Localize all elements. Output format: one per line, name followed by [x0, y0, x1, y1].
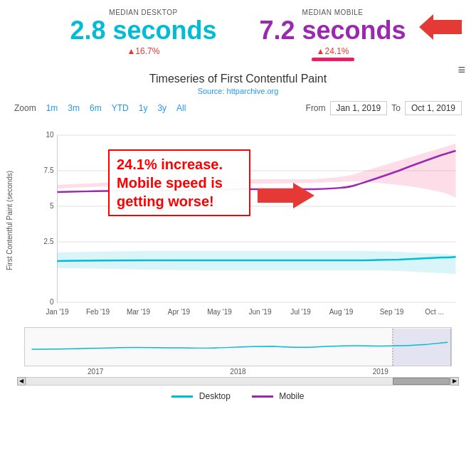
mini-label-2017: 2017	[88, 368, 103, 376]
mini-chart-container: 2017 2018 2019	[17, 327, 459, 376]
zoom-label: Zoom	[14, 103, 36, 113]
mini-chart	[24, 327, 452, 366]
scroll-right-button[interactable]: ▶	[450, 377, 459, 386]
to-label: To	[391, 103, 401, 113]
chart-title: Timeseries of First Contentful Paint	[0, 73, 476, 85]
desktop-value: 2.8 seconds	[70, 16, 216, 45]
controls-row: Zoom 1m 3m 6m YTD 1y 3y All From Jan 1, …	[0, 98, 476, 118]
svg-rect-23	[393, 329, 451, 366]
desktop-legend-label: Desktop	[199, 391, 231, 401]
y-axis-container: First Contentful Paint (seconds)	[3, 121, 16, 320]
svg-text:Feb '19: Feb '19	[86, 308, 110, 316]
svg-text:Mar '19: Mar '19	[127, 308, 150, 316]
zoom-3m[interactable]: 3m	[65, 102, 83, 115]
svg-text:Sep '19: Sep '19	[380, 308, 404, 316]
mobile-legend-label: Mobile	[279, 391, 304, 401]
svg-text:Jun '19: Jun '19	[249, 308, 272, 316]
mobile-value: 7.2 seconds	[260, 16, 406, 45]
hamburger-menu[interactable]: ≡	[458, 63, 465, 78]
header: MEDIAN DESKTOP 2.8 seconds ▲16.7% MEDIAN…	[0, 0, 476, 67]
mobile-change-text: ▲24.1%	[317, 46, 349, 56]
mini-label-2018: 2018	[230, 368, 245, 376]
zoom-1m[interactable]: 1m	[43, 102, 61, 115]
zoom-3y[interactable]: 3y	[154, 102, 169, 115]
scroll-left-button[interactable]: ◀	[17, 377, 26, 386]
from-label: From	[306, 103, 326, 113]
scrollbar-track[interactable]	[26, 377, 450, 386]
chart-wrapper: First Contentful Paint (seconds) 10 7.5 …	[0, 121, 476, 323]
mobile-progress-bar	[260, 58, 406, 61]
svg-text:7.5: 7.5	[44, 166, 54, 174]
legend-row: Desktop Mobile	[0, 391, 476, 401]
metrics-row: MEDIAN DESKTOP 2.8 seconds ▲16.7% MEDIAN…	[0, 6, 476, 64]
zoom-6m[interactable]: 6m	[87, 102, 105, 115]
y-axis-label: First Contentful Paint (seconds)	[6, 149, 14, 292]
from-date[interactable]: Jan 1, 2019	[330, 101, 388, 115]
desktop-change: ▲16.7%	[70, 46, 216, 56]
mini-chart-labels: 2017 2018 2019	[24, 368, 452, 376]
svg-text:2.5: 2.5	[44, 238, 54, 245]
mini-label-2019: 2019	[373, 368, 388, 376]
mobile-metric: MEDIAN MOBILE 7.2 seconds ▲24.1%	[260, 9, 406, 61]
chart-source: Source: httparchive.org	[0, 87, 476, 95]
mini-chart-svg	[25, 328, 451, 366]
desktop-legend-line	[171, 395, 193, 398]
scrollbar-thumb[interactable]	[393, 378, 450, 385]
zoom-all[interactable]: All	[174, 102, 189, 115]
svg-text:10: 10	[46, 131, 54, 139]
to-date[interactable]: Oct 1, 2019	[405, 101, 462, 115]
svg-text:Jan '19: Jan '19	[46, 308, 69, 316]
mobile-legend-line	[252, 395, 273, 398]
svg-text:May '19: May '19	[207, 308, 232, 316]
svg-marker-0	[419, 14, 462, 40]
red-arrow-icon	[419, 13, 462, 41]
zoom-1y[interactable]: 1y	[136, 102, 151, 115]
annotation-box: 24.1% increase.Mobile speed isgetting wo…	[108, 149, 250, 216]
chart-svg-container: 10 7.5 5 2.5 0 Jan '19 Feb '19 Mar '19 A…	[16, 121, 469, 323]
svg-text:Oct ...: Oct ...	[425, 308, 444, 316]
progress-fill	[312, 58, 354, 61]
date-range: From Jan 1, 2019 To Oct 1, 2019	[306, 101, 462, 115]
svg-text:Aug '19: Aug '19	[329, 308, 354, 316]
svg-text:5: 5	[50, 202, 54, 210]
desktop-metric: MEDIAN DESKTOP 2.8 seconds ▲16.7%	[70, 9, 216, 56]
svg-text:Jul '19: Jul '19	[290, 308, 311, 316]
chart-arrow-icon	[258, 181, 314, 210]
svg-text:0: 0	[50, 298, 54, 306]
scrollbar-row: ◀ ▶	[17, 377, 459, 386]
legend-desktop: Desktop	[171, 391, 230, 401]
zoom-ytd[interactable]: YTD	[109, 102, 132, 115]
legend-mobile: Mobile	[252, 391, 305, 401]
svg-marker-22	[258, 183, 314, 208]
svg-text:Apr '19: Apr '19	[168, 308, 191, 316]
mobile-change: ▲24.1%	[260, 46, 406, 61]
annotation-text: 24.1% increase.Mobile speed isgetting wo…	[117, 156, 223, 209]
